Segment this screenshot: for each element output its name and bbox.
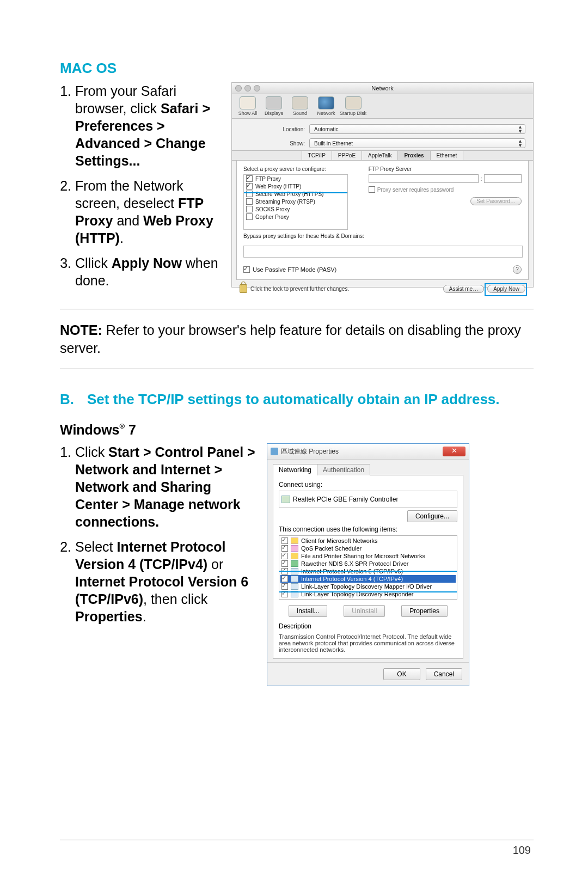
macos-network-screenshot: Network Show All Displays Sound Network …	[231, 82, 534, 288]
protocol-icon	[291, 583, 298, 590]
toolbar-displays[interactable]: Displays	[261, 96, 286, 116]
streaming-proxy-checkbox[interactable]	[246, 198, 253, 205]
windows-heading: Windows® 7	[60, 422, 534, 438]
tab-proxies[interactable]: Proxies	[398, 151, 430, 160]
network-adapter-icon	[281, 496, 290, 503]
protocol-icon	[291, 591, 298, 597]
description-text: Transmission Control Protocol/Internet P…	[279, 633, 457, 653]
tab-tcpip[interactable]: TCP/IP	[302, 151, 332, 160]
bypass-textarea[interactable]	[243, 246, 523, 258]
items-caption: This connection uses the following items…	[279, 526, 457, 533]
assist-button[interactable]: Assist me…	[443, 285, 484, 293]
macos-heading: MAC OS	[60, 60, 534, 77]
windows-steps: Click Start > Control Panel > Network an…	[60, 443, 256, 633]
location-label: Location:	[240, 126, 305, 132]
service-icon	[291, 545, 298, 552]
adapter-icon	[271, 448, 278, 455]
client-icon	[291, 537, 298, 544]
window-title: 區域連線 Properties	[281, 447, 339, 456]
web-proxy-checkbox[interactable]	[246, 183, 253, 190]
ftp-proxy-checkbox[interactable]	[246, 175, 253, 182]
tab-authentication[interactable]: Authentication	[317, 464, 370, 475]
close-button[interactable]: ✕	[443, 447, 465, 456]
macos-steps: From your Safari browser, click Safari >…	[60, 82, 220, 297]
toolbar-sound[interactable]: Sound	[287, 96, 313, 116]
socks-proxy-checkbox[interactable]	[246, 206, 253, 212]
window-controls[interactable]	[235, 85, 260, 91]
install-button[interactable]: Install...	[289, 605, 327, 617]
uninstall-button[interactable]: Uninstall	[344, 605, 385, 617]
connect-using-label: Connect using:	[279, 481, 457, 488]
set-password-button[interactable]: Set Password…	[470, 197, 522, 205]
bypass-label: Bypass proxy settings for these Hosts & …	[243, 233, 364, 239]
adapter-box: Realtek PCIe GBE Family Controller	[279, 491, 457, 508]
tab-ethernet[interactable]: Ethernet	[431, 151, 464, 160]
gopher-proxy-checkbox[interactable]	[246, 213, 253, 220]
tab-appletalk[interactable]: AppleTalk	[362, 151, 398, 160]
ipv4-row[interactable]: Internet Protocol Version 4 (TCP/IPv4)	[280, 575, 456, 583]
protocol-icon	[291, 568, 298, 575]
proxy-server-caption: FTP Proxy Server	[369, 166, 522, 172]
windows-properties-screenshot: 區域連線 Properties ✕ Networking Authenticat…	[267, 443, 469, 686]
connection-items-list[interactable]: Client for Microsoft Networks QoS Packet…	[279, 535, 457, 600]
proxy-list-caption: Select a proxy server to configure:	[243, 166, 364, 172]
proxy-list[interactable]: FTP Proxy Web Proxy (HTTP) Secure Web Pr…	[243, 174, 348, 230]
location-select[interactable]: Automatic▲▼	[309, 124, 525, 134]
proxy-password-checkbox[interactable]	[369, 186, 375, 193]
show-select[interactable]: Built-in Ethernet▲▼	[309, 138, 525, 148]
toolbar-show-all[interactable]: Show All	[235, 96, 260, 116]
window-title: Network	[232, 83, 533, 94]
properties-button[interactable]: Properties	[401, 605, 448, 617]
proxy-port-input[interactable]	[484, 174, 522, 183]
configure-button[interactable]: Configure...	[407, 510, 457, 522]
apply-now-button[interactable]: Apply Now	[487, 285, 525, 293]
description-label: Description	[279, 622, 457, 630]
proxy-host-input[interactable]	[369, 174, 479, 183]
ok-button[interactable]: OK	[383, 668, 420, 680]
show-label: Show:	[240, 140, 305, 146]
lock-icon[interactable]	[240, 284, 247, 293]
protocol-icon	[291, 576, 298, 582]
cancel-button[interactable]: Cancel	[426, 668, 462, 680]
service-icon	[291, 553, 298, 559]
passive-ftp-checkbox[interactable]	[243, 266, 250, 273]
protocol-icon	[291, 560, 298, 567]
secure-web-proxy-checkbox[interactable]	[246, 191, 253, 197]
tab-networking[interactable]: Networking	[273, 464, 317, 475]
tab-pppoe[interactable]: PPPoE	[332, 151, 362, 160]
toolbar-startup-disk[interactable]: Startup Disk	[340, 96, 366, 116]
page-number: 109	[513, 844, 531, 857]
note-text: NOTE: Refer to your browser's help featu…	[60, 321, 534, 357]
section-b-heading: B. Set the TCP/IP settings to automatica…	[60, 391, 534, 408]
help-icon[interactable]: ?	[513, 265, 522, 274]
toolbar-network[interactable]: Network	[314, 96, 339, 116]
